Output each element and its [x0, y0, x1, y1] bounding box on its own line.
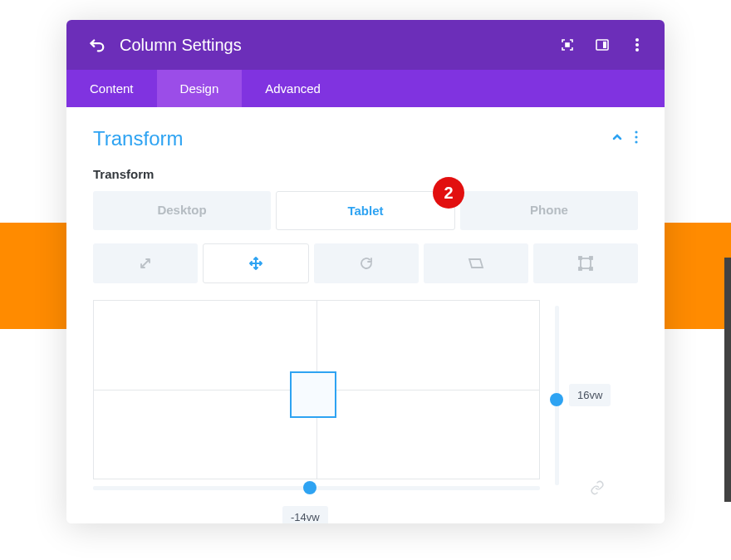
page-dark-edge [724, 258, 731, 502]
section-more-icon[interactable] [635, 130, 638, 147]
vertical-slider-column: 16vw [555, 300, 611, 490]
tool-rotate[interactable] [314, 243, 419, 283]
device-tabs: Desktop Tablet 2 Phone [93, 191, 638, 230]
main-tabs: Content Design Advanced [66, 70, 665, 107]
svg-rect-0 [566, 43, 569, 47]
header-actions [560, 37, 645, 52]
vertical-slider[interactable] [555, 306, 559, 485]
vertical-value[interactable]: 16vw [569, 384, 611, 406]
svg-rect-11 [590, 257, 592, 259]
device-tab-tablet[interactable]: Tablet 2 [276, 191, 455, 230]
transform-tools [93, 243, 638, 283]
section-actions [611, 130, 638, 147]
section-header: Transform [93, 127, 638, 150]
svg-point-4 [635, 43, 639, 47]
svg-rect-12 [579, 268, 581, 270]
layout-icon[interactable] [595, 37, 610, 52]
transform-label: Transform [93, 167, 638, 181]
collapse-icon[interactable] [611, 131, 623, 146]
modal-header: Column Settings Content Design Advanced [66, 20, 665, 107]
modal-body: Transform Transform Desktop Tablet 2 Pho… [66, 107, 665, 523]
settings-modal: Column Settings Content Design Advanced … [66, 20, 665, 523]
svg-rect-13 [590, 268, 592, 270]
transform-object[interactable] [290, 371, 336, 418]
transform-canvas[interactable] [93, 300, 540, 479]
device-tab-phone[interactable]: Phone [460, 191, 638, 230]
horizontal-value[interactable]: -14vw [282, 506, 328, 523]
tool-skew[interactable] [424, 243, 528, 283]
modal-title: Column Settings [120, 36, 560, 55]
focus-icon[interactable] [560, 37, 575, 52]
horizontal-slider[interactable] [93, 486, 540, 490]
back-icon[interactable] [86, 35, 106, 55]
tab-design[interactable]: Design [157, 70, 243, 107]
svg-point-7 [635, 135, 637, 138]
more-icon[interactable] [630, 37, 645, 52]
svg-point-5 [635, 48, 639, 52]
device-tab-tablet-label: Tablet [347, 204, 383, 218]
section-title: Transform [93, 127, 183, 150]
canvas-wrap: -14vw [93, 300, 540, 490]
svg-rect-2 [603, 42, 606, 48]
vertical-slider-handle[interactable] [550, 393, 563, 406]
modal-title-row: Column Settings [66, 20, 665, 70]
tool-translate[interactable] [203, 243, 309, 283]
svg-point-3 [635, 38, 639, 42]
svg-point-6 [635, 130, 637, 133]
tab-advanced[interactable]: Advanced [242, 70, 344, 107]
link-values-icon[interactable] [590, 480, 605, 499]
horizontal-slider-handle[interactable] [303, 481, 316, 494]
tool-origin[interactable] [533, 243, 638, 283]
device-tab-desktop[interactable]: Desktop [93, 191, 271, 230]
step-badge: 2 [433, 177, 464, 209]
tab-content[interactable]: Content [66, 70, 157, 107]
transform-area: -14vw 16vw [93, 300, 638, 490]
tool-scale[interactable] [93, 243, 198, 283]
svg-point-8 [635, 140, 637, 143]
svg-rect-10 [579, 257, 581, 259]
